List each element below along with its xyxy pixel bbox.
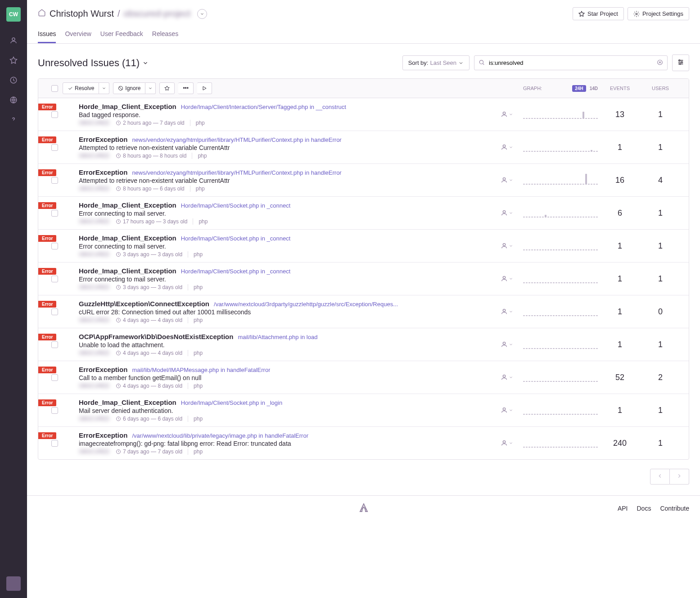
issue-row[interactable]: Error Horde_Imap_Client_Exception Horde/…: [38, 98, 689, 131]
issue-title[interactable]: ErrorException: [79, 366, 127, 373]
issue-checkbox[interactable]: [51, 341, 58, 348]
assignee-picker[interactable]: [501, 374, 523, 381]
assignee-picker[interactable]: [501, 111, 523, 118]
play-button[interactable]: [197, 82, 212, 94]
svg-point-27: [503, 375, 505, 377]
page-title[interactable]: Unresolved Issues (11): [38, 57, 149, 69]
graph-14d-toggle[interactable]: 14D: [588, 85, 600, 92]
tab-releases[interactable]: Releases: [152, 26, 178, 43]
issue-message: Call to a member function getEmail() on …: [79, 374, 501, 381]
issue-row[interactable]: Error Horde_Imap_Client_Exception Horde/…: [38, 263, 689, 295]
issue-row[interactable]: Error Horde_Imap_Client_Exception Horde/…: [38, 197, 689, 230]
globe-icon[interactable]: [5, 92, 22, 108]
assignee-picker[interactable]: [501, 341, 523, 348]
issue-tag: php: [188, 350, 203, 356]
tab-user-feedback[interactable]: User Feedback: [100, 26, 143, 43]
home-icon[interactable]: [38, 9, 46, 19]
filter-button[interactable]: [672, 54, 689, 71]
issue-checkbox[interactable]: [51, 111, 58, 118]
search-input[interactable]: [474, 55, 668, 70]
issue-row[interactable]: Error ErrorException news/vendor/ezyang/…: [38, 131, 689, 164]
issue-location: Horde/Imap/Client/Socket.php in _login: [181, 399, 282, 406]
history-icon[interactable]: [5, 72, 22, 88]
breadcrumb-project[interactable]: obscured-project: [124, 9, 191, 19]
issue-row[interactable]: Error ErrorException /var/www/nextcloud/…: [38, 427, 689, 459]
star-project-button[interactable]: Star Project: [573, 7, 624, 20]
footer: API Docs Contribute: [27, 495, 700, 521]
ignore-dropdown[interactable]: [145, 82, 156, 94]
issue-checkbox[interactable]: [51, 440, 58, 447]
users-count: 2: [640, 373, 681, 382]
issue-checkbox[interactable]: [51, 374, 58, 381]
sort-button[interactable]: Sort by: Last Seen: [402, 55, 470, 70]
project-settings-button[interactable]: Project Settings: [628, 7, 689, 20]
prev-page-button[interactable]: [650, 469, 670, 485]
tab-overview[interactable]: Overview: [65, 26, 91, 43]
tab-issues[interactable]: Issues: [38, 26, 56, 43]
assignee-picker[interactable]: [501, 242, 523, 249]
issue-title[interactable]: ErrorException: [79, 431, 127, 439]
issue-title[interactable]: Horde_Imap_Client_Exception: [79, 103, 176, 110]
graph-24h-toggle[interactable]: 24H: [572, 85, 586, 92]
org-logo[interactable]: CW: [6, 7, 21, 22]
issue-checkbox[interactable]: [51, 308, 58, 315]
sparkline: [523, 274, 600, 283]
footer-link-docs[interactable]: Docs: [637, 505, 651, 512]
issue-row[interactable]: Error GuzzleHttp\Exception\ConnectExcept…: [38, 295, 689, 328]
more-button[interactable]: •••: [178, 82, 194, 94]
ignore-button[interactable]: Ignore: [113, 82, 145, 94]
project-dropdown-icon[interactable]: [197, 9, 207, 19]
footer-link-contribute[interactable]: Contribute: [660, 505, 689, 512]
issue-title[interactable]: Horde_Imap_Client_Exception: [79, 201, 176, 209]
issue-checkbox[interactable]: [51, 210, 58, 217]
assignee-picker[interactable]: [501, 209, 523, 217]
issue-row[interactable]: Error Horde_Imap_Client_Exception Horde/…: [38, 394, 689, 427]
issue-checkbox[interactable]: [51, 276, 58, 282]
issue-title[interactable]: GuzzleHttp\Exception\ConnectException: [79, 300, 209, 308]
resolve-dropdown[interactable]: [99, 82, 109, 94]
issue-tag: php: [188, 317, 203, 323]
issue-title[interactable]: Horde_Imap_Client_Exception: [79, 399, 176, 406]
bookmark-button[interactable]: [159, 82, 175, 94]
issue-location: Horde/Imap/Client/Socket.php in _connect: [181, 268, 291, 275]
issue-row[interactable]: Error OCP\AppFramework\Db\DoesNotExistEx…: [38, 328, 689, 361]
search-icon: [479, 59, 485, 67]
issue-tag: php: [188, 383, 203, 389]
assignee-picker[interactable]: [501, 144, 523, 151]
issue-title[interactable]: Horde_Imap_Client_Exception: [79, 267, 176, 275]
clear-icon[interactable]: [657, 59, 663, 67]
issue-row[interactable]: Error Horde_Imap_Client_Exception Horde/…: [38, 230, 689, 263]
issue-title[interactable]: Horde_Imap_Client_Exception: [79, 234, 176, 242]
user-icon[interactable]: [5, 32, 22, 49]
issue-checkbox[interactable]: [51, 243, 58, 249]
sparkline: [523, 241, 600, 250]
issue-message: Bad tagged response.: [79, 111, 501, 118]
footer-link-api[interactable]: API: [618, 505, 628, 512]
issue-title[interactable]: ErrorException: [79, 168, 127, 176]
issue-title[interactable]: ErrorException: [79, 136, 127, 143]
issue-row[interactable]: Error ErrorException mail/lib/Model/IMAP…: [38, 361, 689, 394]
next-page-button[interactable]: [670, 469, 689, 485]
assignee-picker[interactable]: [501, 177, 523, 184]
assignee-picker[interactable]: [501, 275, 523, 282]
user-avatar[interactable]: [6, 576, 21, 591]
breadcrumb-owner[interactable]: Christoph Wurst: [50, 9, 114, 19]
issue-time: 8 hours ago — 8 hours old: [116, 153, 186, 159]
assignee-picker[interactable]: [501, 407, 523, 414]
select-all-checkbox[interactable]: [51, 85, 58, 92]
help-icon[interactable]: [5, 112, 22, 128]
issue-row[interactable]: Error ErrorException news/vendor/ezyang/…: [38, 164, 689, 197]
issue-checkbox[interactable]: [51, 144, 58, 151]
issue-message: Unable to load the attachment.: [79, 341, 501, 349]
issue-title[interactable]: OCP\AppFramework\Db\DoesNotExistExceptio…: [79, 333, 233, 340]
issue-checkbox[interactable]: [51, 177, 58, 184]
sparkline: [523, 110, 600, 119]
issue-checkbox[interactable]: [51, 407, 58, 414]
star-icon[interactable]: [5, 52, 22, 68]
issue-time: 3 days ago — 3 days old: [116, 251, 182, 258]
issue-id: OBSCURED: [79, 416, 110, 422]
assignee-picker[interactable]: [501, 308, 523, 315]
resolve-button[interactable]: Resolve: [63, 82, 99, 94]
users-count: 1: [640, 406, 681, 415]
assignee-picker[interactable]: [501, 439, 523, 447]
